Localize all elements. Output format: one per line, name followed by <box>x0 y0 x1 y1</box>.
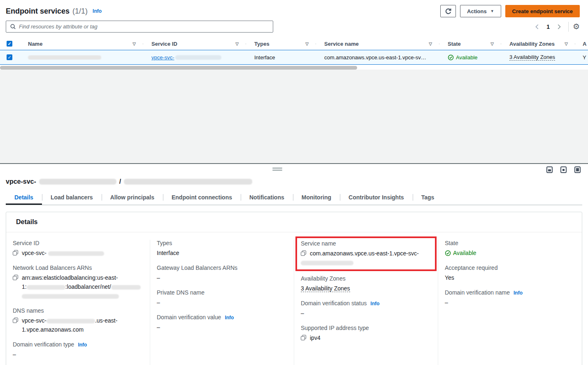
row-checkbox[interactable]: ✓ <box>7 54 12 60</box>
select-all-checkbox[interactable]: ✓ <box>7 41 12 47</box>
dns-prefix: vpce-svc- <box>22 317 46 324</box>
panel-size-small-icon[interactable] <box>546 166 553 173</box>
field-private-dns-name: Private DNS name – <box>157 289 287 307</box>
service-name-line1: com.amazonaws.vpce.us-east-1.vpce-svc- <box>310 250 419 257</box>
copy-icon[interactable] <box>13 318 18 323</box>
details-column-2: Types Interface Gateway Load Balancers A… <box>150 240 294 365</box>
column-filter-icon[interactable]: ▽ <box>132 42 138 46</box>
tab-tags[interactable]: Tags <box>413 190 443 205</box>
horizontal-scrollbar-thumb[interactable] <box>0 66 357 70</box>
preferences-gear-button[interactable]: ⚙ <box>573 23 580 30</box>
column-header-availability-zones[interactable]: Availability Zones ▽ <box>501 41 575 47</box>
tab-contributor-insights[interactable]: Contributor Insights <box>340 190 413 205</box>
divider <box>568 22 569 32</box>
field-value: – <box>13 350 143 359</box>
panel-size-medium-icon[interactable] <box>560 166 567 173</box>
service-id-prefix: vpce-svc- <box>151 54 174 61</box>
column-filter-icon[interactable]: ▽ <box>565 42 570 46</box>
redacted-service-id <box>175 55 221 60</box>
copy-icon[interactable] <box>301 335 306 340</box>
list-header: Endpoint services (1/1) Info Actions ▼ C… <box>0 0 588 19</box>
column-filter-icon[interactable]: ▽ <box>235 42 241 46</box>
field-label: Domain verification status <box>301 300 367 307</box>
field-supported-ip: Supported IP address type ipv4 <box>301 325 431 342</box>
service-id-link[interactable]: vpce-svc- <box>151 54 221 61</box>
check-circle-icon <box>445 250 451 256</box>
field-label: Service ID <box>13 240 40 246</box>
row-state-cell: Available <box>439 54 501 61</box>
header-actions: Actions ▼ Create endpoint service <box>440 5 580 17</box>
column-header-name[interactable]: Name ▽ <box>20 41 143 47</box>
details-column-1: Service ID vpce-svc- Network Load Balanc… <box>6 240 150 365</box>
tab-details[interactable]: Details <box>6 190 42 205</box>
copy-icon[interactable] <box>301 250 306 256</box>
tab-monitoring[interactable]: Monitoring <box>293 190 340 205</box>
redacted-service-name <box>124 179 252 185</box>
field-label: Private DNS name <box>157 289 205 296</box>
column-filter-icon[interactable]: ▽ <box>490 42 496 46</box>
tab-endpoint-connections[interactable]: Endpoint connections <box>163 190 241 205</box>
field-gateway-lb-arns: Gateway Load Balancers ARNs – <box>157 264 287 282</box>
search-input[interactable] <box>19 23 269 30</box>
field-label: Domain verification name <box>445 289 510 296</box>
column-label: Name <box>28 41 42 47</box>
panel-title: vpce-svc- / <box>6 178 582 185</box>
column-filter-icon[interactable]: ▽ <box>305 42 311 46</box>
service-id-prefix: vpce-svc- <box>22 250 46 256</box>
tab-allow-principals[interactable]: Allow principals <box>102 190 163 205</box>
copy-icon[interactable] <box>13 275 18 280</box>
copy-icon[interactable] <box>13 250 18 255</box>
info-link[interactable]: Info <box>78 342 87 348</box>
create-endpoint-service-button[interactable]: Create endpoint service <box>505 5 580 17</box>
column-filter-icon[interactable]: ▽ <box>429 42 435 46</box>
state-label: Available <box>456 54 478 61</box>
field-label: Gateway Load Balancers ARNs <box>157 264 237 271</box>
field-label: DNS names <box>13 307 44 314</box>
panel-size-large-icon[interactable] <box>574 166 581 173</box>
field-label: Domain verification type <box>13 341 74 348</box>
refresh-button[interactable] <box>440 5 456 17</box>
column-header-service-name[interactable]: Service name ▽ <box>316 41 439 47</box>
chevron-down-icon: ▼ <box>490 9 494 13</box>
column-header-acceptance-clipped[interactable]: A <box>575 41 588 47</box>
column-label: Service ID <box>151 41 177 47</box>
page-title: Endpoint services <box>6 7 70 16</box>
panel-tabs: Details Load balancers Allow principals … <box>6 190 582 205</box>
info-link[interactable]: Info <box>370 301 379 307</box>
tab-load-balancers[interactable]: Load balancers <box>42 190 102 205</box>
list-toolbar: 1 ⚙ <box>0 19 588 37</box>
page-info-link[interactable]: Info <box>93 8 102 14</box>
status-badge: Available <box>448 54 478 61</box>
field-acceptance-required: Acceptance required Yes <box>445 264 575 282</box>
search-icon <box>10 23 16 30</box>
field-label: State <box>445 240 458 246</box>
column-header-types[interactable]: Types ▽ <box>246 41 316 47</box>
info-link[interactable]: Info <box>225 315 234 321</box>
current-page[interactable]: 1 <box>543 23 553 30</box>
previous-page-button[interactable] <box>532 23 543 30</box>
arn-line1: arn:aws:elasticloadbalancing:us-east- <box>22 274 118 281</box>
actions-button-label: Actions <box>467 8 487 14</box>
field-value: ipv4 <box>310 333 321 342</box>
field-domain-verification-value: Domain verification value Info – <box>157 314 287 332</box>
panel-drag-handle[interactable] <box>272 168 282 172</box>
field-label: Service name <box>301 240 336 247</box>
row-acceptance-cell-clipped: Y <box>575 54 588 61</box>
actions-button[interactable]: Actions ▼ <box>460 5 501 17</box>
table-row[interactable]: ✓ vpce-svc- Interface com.amazonaws.vpce… <box>0 50 588 65</box>
next-page-button[interactable] <box>553 23 564 30</box>
row-checkbox-cell: ✓ <box>0 54 20 60</box>
availability-zones-link[interactable]: 3 Availability Zones <box>509 54 555 61</box>
info-link[interactable]: Info <box>514 290 523 296</box>
column-label: Service name <box>324 41 359 47</box>
field-value: arn:aws:elasticloadbalancing:us-east- 1:… <box>22 273 141 300</box>
table-header-row: ✓ Name ▽ Service ID ▽ Types ▽ Service na… <box>0 37 588 50</box>
state-label: Available <box>453 248 476 257</box>
search-box[interactable] <box>6 21 273 33</box>
availability-zones-link[interactable]: 3 Availability Zones <box>301 285 350 292</box>
details-card-body: Service ID vpce-svc- Network Load Balanc… <box>6 232 582 365</box>
redacted-service-name-line2 <box>301 261 353 265</box>
column-header-state[interactable]: State ▽ <box>439 41 501 47</box>
column-header-service-id[interactable]: Service ID ▽ <box>143 41 246 47</box>
tab-notifications[interactable]: Notifications <box>241 190 293 205</box>
